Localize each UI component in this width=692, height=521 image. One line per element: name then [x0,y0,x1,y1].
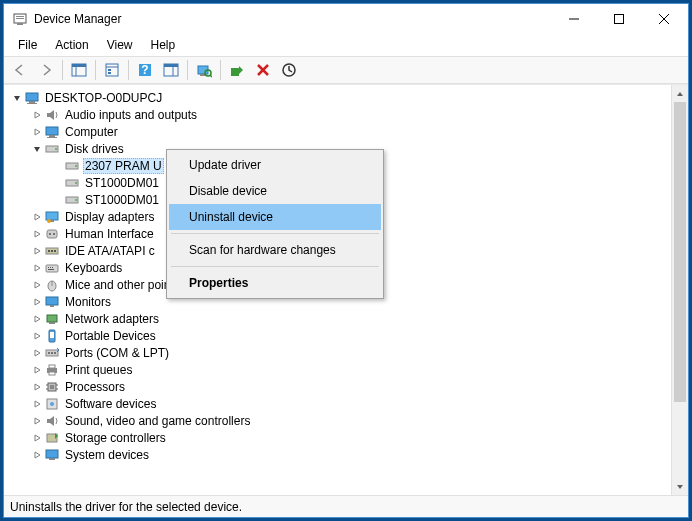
svg-point-67 [51,352,53,354]
context-menu-item[interactable]: Properties [169,270,381,296]
device-tree[interactable]: DESKTOP-O0DUPCJAudio inputs and outputsC… [4,85,671,495]
expander-icon[interactable] [30,244,44,258]
action-pane-button[interactable] [159,58,183,82]
tree-node[interactable]: Portable Devices [6,327,669,344]
svg-rect-70 [49,365,55,368]
tree-node[interactable]: Sound, video and game controllers [6,412,669,429]
audio-icon [44,107,60,123]
mouse-icon [44,277,60,293]
portable-icon [44,328,60,344]
svg-rect-31 [46,127,58,135]
expander-icon[interactable] [10,91,24,105]
svg-rect-53 [48,267,49,268]
context-menu-item[interactable]: Uninstall device [169,204,381,230]
menu-file[interactable]: File [10,36,45,54]
menu-help[interactable]: Help [143,36,184,54]
menu-view[interactable]: View [99,36,141,54]
expander-icon[interactable] [50,159,64,173]
titlebar[interactable]: Device Manager [4,4,688,34]
status-text: Uninstalls the driver for the selected d… [10,500,242,514]
properties-button[interactable] [100,58,124,82]
menu-action[interactable]: Action [47,36,96,54]
tree-node-label: Monitors [63,295,113,309]
update-driver-button[interactable] [225,58,249,82]
tree-node[interactable]: Audio inputs and outputs [6,106,669,123]
tree-node-label: System devices [63,448,151,462]
audio-icon [44,413,60,429]
svg-point-35 [55,148,57,150]
back-button[interactable] [8,58,32,82]
tree-node[interactable]: Processors [6,378,669,395]
expander-icon[interactable] [30,278,44,292]
tree-node-label: DESKTOP-O0DUPCJ [43,91,164,105]
svg-rect-82 [49,458,55,460]
tree-node[interactable]: Network adapters [6,310,669,327]
tree-node[interactable]: Computer [6,123,669,140]
forward-button[interactable] [34,58,58,82]
expander-icon[interactable] [30,414,44,428]
svg-rect-59 [46,297,58,305]
tree-node-label: Keyboards [63,261,124,275]
network-icon [44,311,60,327]
svg-rect-3 [17,23,23,25]
svg-point-68 [54,352,56,354]
uninstall-button[interactable] [251,58,275,82]
context-menu-item[interactable]: Scan for hardware changes [169,237,381,263]
expander-icon[interactable] [30,380,44,394]
tree-node[interactable]: Ports (COM & LPT) [6,344,669,361]
cpu-icon [44,379,60,395]
svg-rect-30 [27,103,37,104]
tree-node[interactable]: Print queues [6,361,669,378]
expander-icon[interactable] [30,448,44,462]
expander-icon[interactable] [30,431,44,445]
svg-rect-51 [54,250,56,252]
expander-icon[interactable] [30,210,44,224]
maximize-button[interactable] [596,5,641,33]
tree-node-label: Disk drives [63,142,126,156]
svg-rect-49 [48,250,50,252]
expander-icon[interactable] [30,108,44,122]
scan-hardware-button[interactable] [192,58,216,82]
context-menu-separator [171,233,379,234]
context-menu-item[interactable]: Disable device [169,178,381,204]
scroll-down-arrow[interactable] [672,478,688,495]
svg-rect-32 [49,135,55,137]
tree-node[interactable]: Storage controllers [6,429,669,446]
tree-node-label: ST1000DM01 [83,176,161,190]
show-hide-tree-button[interactable] [67,58,91,82]
context-menu-item[interactable]: Update driver [169,152,381,178]
context-menu: Update driverDisable deviceUninstall dev… [166,149,384,299]
expander-icon[interactable] [30,125,44,139]
vertical-scrollbar[interactable] [671,85,688,495]
tree-root[interactable]: DESKTOP-O0DUPCJ [6,89,669,106]
minimize-button[interactable] [551,5,596,33]
expander-icon[interactable] [30,363,44,377]
expander-icon[interactable] [30,329,44,343]
expander-icon[interactable] [30,227,44,241]
disk-icon [64,175,80,191]
svg-line-23 [210,75,212,77]
expander-icon[interactable] [30,346,44,360]
tree-node[interactable]: Software devices [6,395,669,412]
expander-icon[interactable] [30,261,44,275]
expander-icon[interactable] [30,142,44,156]
close-button[interactable] [641,5,686,33]
svg-rect-2 [16,18,24,19]
toolbar: ? [4,56,688,84]
display-icon [44,209,60,225]
disk-icon [44,141,60,157]
scroll-up-arrow[interactable] [672,85,688,102]
tree-node[interactable]: System devices [6,446,669,463]
expander-icon[interactable] [30,295,44,309]
help-button[interactable]: ? [133,58,157,82]
scroll-thumb[interactable] [674,102,686,402]
content-area: DESKTOP-O0DUPCJAudio inputs and outputsC… [4,84,688,495]
expander-icon[interactable] [30,397,44,411]
expander-icon[interactable] [30,312,44,326]
tree-node-label: Ports (COM & LPT) [63,346,171,360]
expander-icon[interactable] [50,176,64,190]
svg-point-66 [48,352,50,354]
scroll-track[interactable] [672,402,688,478]
expander-icon[interactable] [50,193,64,207]
disable-button[interactable] [277,58,301,82]
